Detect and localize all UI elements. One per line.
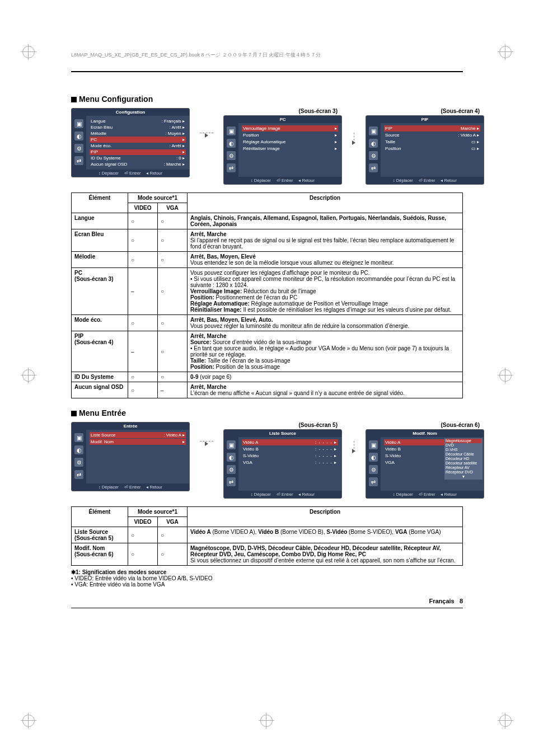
osd-menu-item: PIPMarche ▸: [384, 125, 480, 132]
arrow-right-icon: [352, 449, 355, 453]
osd-title: Configuration: [72, 109, 189, 116]
osd-menu-item: VGA: - - - - ▸: [242, 459, 338, 466]
modif-options-popup: MagnétoscopeDVDD-VHSDécodeur CâbleDécode…: [444, 438, 483, 480]
osd-menu-item: PIP ▸: [90, 149, 186, 155]
subscreen-label-6: (Sous-écran 6): [441, 422, 480, 428]
osd-menu-item: Langue: Français ▸: [90, 118, 186, 124]
th-desc: Description: [188, 507, 463, 527]
osd-entree: Entrée ▣ ◐ ⚙ ⇄ Liste Source: Vidéo A ▸Mo…: [71, 422, 190, 491]
table-row: PIP(Sous-écran 4)–○Arrêt, MarcheSource: …: [72, 331, 463, 372]
osd-menu-item: Taille▭ ▸: [384, 139, 480, 145]
osd-title: Liste Source: [224, 430, 341, 437]
crop-mark: [22, 369, 35, 383]
osd-footer: ↕ Déplacer ⏎ Entrer ◂ Retour: [224, 491, 341, 498]
setup-icon: ⚙: [227, 151, 236, 160]
sound-icon: ◐: [369, 453, 378, 462]
osd-pc: PC ▣ ◐ ⚙ ⇄ Verrouillage Image ▸Position …: [223, 115, 342, 185]
osd-title: Modif. Nom: [366, 430, 484, 437]
osd-menu-item: Liste Source: Vidéo A ▸: [90, 432, 186, 438]
table-row: ID Du Systeme○○0-9 (voir page 6): [72, 372, 463, 382]
table-row: Mode éco.○○Arrêt, Bas, Moyen, Elevé, Aut…: [72, 315, 463, 331]
rule: [71, 71, 463, 72]
setup-icon: ⚙: [74, 144, 83, 153]
crop-mark: [499, 369, 512, 383]
crop-mark: [499, 46, 512, 59]
th-video: VIDEO: [128, 517, 158, 527]
th-vga: VGA: [158, 203, 188, 213]
table-row: Aucun signal OSD○–Arrêt, MarcheL’écran d…: [72, 382, 463, 398]
osd-footer: ↕ Déplacer ⏎ Entrer ◂ Retour: [72, 483, 189, 491]
th-desc: Description: [188, 193, 463, 213]
osd-configuration: Configuration ▣ ◐ ⚙ ⇄ Langue: Français ▸…: [71, 108, 190, 177]
osd-footer: ↕ Déplacer ⏎ Entrer ◂ Retour: [366, 177, 484, 184]
sound-icon: ◐: [74, 132, 83, 140]
sound-icon: ◐: [227, 139, 236, 148]
osd-menu-item: Vidéo A: - - - - ▸: [242, 439, 338, 445]
subscreen-label-4: (Sous-écran 4): [441, 108, 480, 114]
osd-footer: ↕ Déplacer ⏎ Entrer ◂ Retour: [366, 491, 484, 498]
th-mode: Mode source*1: [128, 507, 188, 517]
osd-menu-item: PC ▸: [90, 137, 186, 142]
osd-menu-item: Réinitialiser Image ▸: [242, 145, 338, 152]
osd-menu-item: Verrouillage Image ▸: [242, 125, 338, 132]
picture-icon: ▣: [369, 126, 378, 135]
setup-icon: ⚙: [369, 465, 378, 474]
table-row: Liste Source(Sous-écran 5)○○Vidéo A (Bor…: [72, 527, 463, 543]
osd-menu-item: Mélodie: Moyen ▸: [90, 130, 186, 136]
entree-table: Élément Mode source*1 Description VIDEO …: [71, 506, 463, 566]
osd-menu-item: S-Vidéo: - - - - ▸: [242, 453, 338, 459]
osd-menu-item: Source: Vidéo A ▸: [384, 132, 480, 138]
osd-title: PIP: [366, 116, 484, 123]
section-title-entree: Menu Entrée: [71, 408, 463, 417]
sound-icon: ◐: [369, 139, 378, 148]
setup-icon: ⚙: [74, 458, 83, 467]
osd-row-config: Configuration ▣ ◐ ⚙ ⇄ Langue: Français ▸…: [71, 108, 463, 185]
picture-icon: ▣: [74, 433, 83, 442]
input-icon: ⇄: [227, 477, 236, 486]
input-icon: ⇄: [74, 470, 83, 479]
osd-title: Entrée: [72, 422, 189, 430]
picture-icon: ▣: [369, 440, 378, 449]
input-icon: ⇄: [227, 163, 236, 172]
setup-icon: ⚙: [227, 465, 236, 474]
sound-icon: ◐: [227, 453, 236, 462]
osd-liste-source: Liste Source ▣ ◐ ⚙ ⇄ Vidéo A: - - - - ▸V…: [223, 429, 342, 499]
table-row: PC(Sous-écran 3)–○Vous pouvez configurer…: [72, 268, 463, 315]
th-element: Élément: [72, 193, 128, 213]
th-element: Élément: [72, 507, 128, 527]
subscreen-label-3: (Sous-écran 3): [299, 108, 338, 114]
subscreen-label-5: (Sous-écran 5): [299, 422, 338, 428]
page-footer: Français 8: [71, 598, 463, 604]
config-table: Élément Mode source*1 Description VIDEO …: [71, 192, 463, 398]
osd-row-entree: Entrée ▣ ◐ ⚙ ⇄ Liste Source: Vidéo A ▸Mo…: [71, 422, 463, 499]
arrow-right-icon: [205, 442, 208, 446]
running-header: L8MAP_MAQ_US_XE_JP(GB_FE_ES_DE_CS_JP).bo…: [71, 51, 321, 59]
th-mode: Mode source*1: [128, 193, 188, 203]
th-video: VIDEO: [128, 203, 158, 213]
osd-menu-item: Réglage Automatique ▸: [242, 139, 338, 145]
osd-menu-item: Position▭ ▸: [384, 145, 480, 152]
osd-menu-item: Position ▸: [242, 132, 338, 138]
osd-modif-nom: Modif. Nom ▣ ◐ ⚙ ⇄ Vidéo A:Vidéo B:S-Vid…: [366, 429, 484, 499]
osd-menu-item: Mode éco.: Arrêt ▸: [90, 143, 186, 149]
footnote: ✱1: Signification des modes source • VID…: [71, 569, 463, 588]
setup-icon: ⚙: [369, 151, 378, 160]
table-row: Mélodie○○Arrêt, Bas, Moyen, ElevéVous en…: [72, 252, 463, 268]
input-icon: ⇄: [369, 163, 378, 172]
arrow-right-icon: [205, 133, 208, 138]
osd-pip: PIP ▣ ◐ ⚙ ⇄ PIPMarche ▸Source: Vidéo A ▸…: [366, 115, 484, 185]
table-row: Modif. Nom(Sous-écran 6)○○Magnétoscope, …: [72, 543, 463, 566]
table-row: Ecran Bleu○○Arrêt, MarcheSi l’appareil n…: [72, 229, 463, 252]
th-vga: VGA: [158, 517, 188, 527]
arrow-right-icon: [352, 140, 355, 145]
osd-menu-item: ID Du Systeme: 0 ▸: [90, 156, 186, 161]
input-icon: ⇄: [369, 477, 378, 486]
osd-footer: ↕ Déplacer ⏎ Entrer ◂ Retour: [224, 177, 341, 184]
osd-footer: ↕ Déplacer ⏎ Entrer ◂ Retour: [72, 170, 189, 177]
sound-icon: ◐: [74, 445, 83, 454]
picture-icon: ▣: [227, 126, 236, 135]
osd-title: PC: [224, 116, 341, 123]
osd-menu-item: Vidéo B: - - - - ▸: [242, 446, 338, 452]
table-row: Langue○○Anglais, Chinois, Français, Alle…: [72, 213, 463, 229]
picture-icon: ▣: [74, 119, 83, 128]
